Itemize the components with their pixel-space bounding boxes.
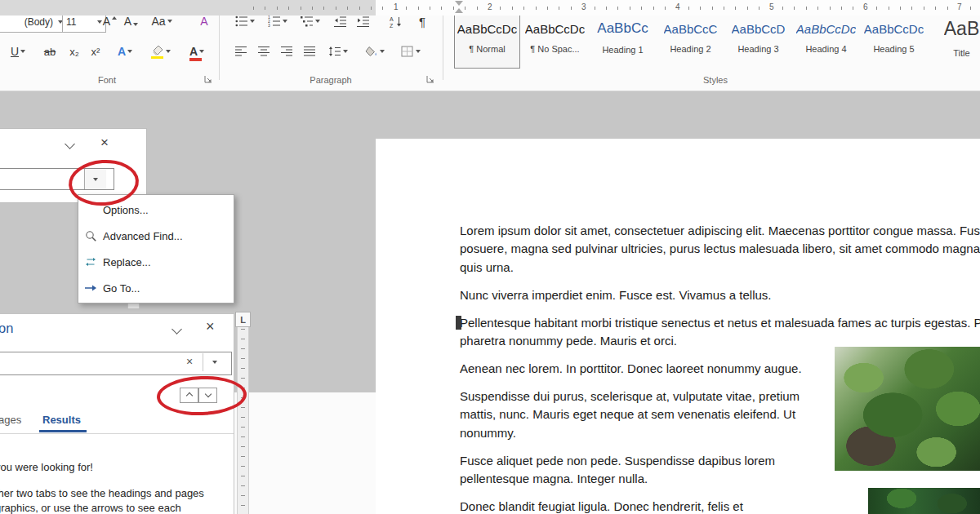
- close-icon[interactable]: ×: [206, 319, 215, 334]
- doc-paragraph[interactable]: Donec blandit feugiat ligula. Donec hend…: [460, 498, 819, 514]
- plant-photo-2[interactable]: [868, 488, 980, 514]
- navigation-pane-title: on: [0, 321, 13, 336]
- font-name-value: (Body): [24, 16, 53, 28]
- style-card-no-spacing[interactable]: AaBbCcDc ¶ No Spac...: [522, 7, 588, 69]
- style-card-heading1[interactable]: AaBbCc Heading 1: [590, 7, 656, 69]
- justify-icon: [304, 46, 316, 57]
- style-card-heading5[interactable]: AaBbCcDc Heading 5: [861, 7, 927, 69]
- menu-item-label: Options...: [103, 204, 149, 216]
- borders-grid-icon: [401, 46, 414, 57]
- font-color-button[interactable]: A: [181, 41, 212, 62]
- line-spacing-button[interactable]: [323, 41, 353, 62]
- borders-button[interactable]: [395, 41, 426, 62]
- first-line-indent-marker[interactable]: [455, 1, 463, 6]
- search-options-chevron[interactable]: [212, 361, 217, 364]
- align-right-button[interactable]: [276, 41, 297, 62]
- chevron-down-icon: [380, 50, 385, 53]
- chevron-down-icon[interactable]: [65, 139, 75, 149]
- tab-results[interactable]: Results: [42, 414, 81, 426]
- ruler-number: 1: [391, 2, 401, 11]
- style-name: Heading 2: [670, 44, 710, 54]
- style-card-heading4[interactable]: AaBbCcDc Heading 4: [793, 7, 859, 69]
- font-dialog-launcher[interactable]: [203, 73, 214, 85]
- style-card-heading2[interactable]: AaBbCcC Heading 2: [657, 7, 724, 69]
- nav-search-input[interactable]: [0, 352, 232, 375]
- menu-item-replace[interactable]: Replace...: [78, 249, 234, 275]
- ruler-number: 4: [673, 2, 683, 11]
- align-center-button[interactable]: [253, 41, 274, 62]
- doc-paragraph[interactable]: Lorem ipsum dolor sit amet, consectetuer…: [460, 222, 980, 277]
- magnifier-icon: [78, 230, 103, 242]
- style-name: Title: [953, 48, 969, 58]
- doc-paragraph[interactable]: Pellentesque habitant morbi tristique se…: [460, 314, 980, 351]
- strikethrough-button[interactable]: ab: [39, 41, 60, 62]
- hanging-indent-marker[interactable]: [455, 8, 463, 13]
- clear-formatting-glyph: A: [200, 15, 207, 28]
- style-name: ¶ No Spac...: [530, 44, 579, 54]
- style-preview: AaBbCc: [597, 20, 648, 37]
- doc-line: nonummy.: [460, 424, 819, 442]
- vertical-ruler: [237, 327, 249, 514]
- tab-pages[interactable]: ages: [0, 414, 21, 426]
- style-card-heading3[interactable]: AaBbCcD Heading 3: [725, 7, 791, 69]
- chevron-down-icon: [315, 20, 320, 23]
- doc-paragraph[interactable]: Nunc viverra imperdiet enim. Fusce est. …: [460, 286, 980, 304]
- grow-font-glyph: A: [103, 15, 110, 28]
- group-separator: [443, 5, 443, 80]
- style-preview: AaB: [944, 18, 979, 40]
- superscript-button[interactable]: x²: [85, 41, 106, 62]
- paragraph-dialog-launcher[interactable]: [425, 73, 436, 85]
- ruler-ticks: [241, 329, 245, 514]
- paragraph-group-label: Paragraph: [220, 75, 441, 85]
- underline-button[interactable]: U: [5, 41, 31, 62]
- menu-item-go-to[interactable]: Go To...: [78, 275, 234, 301]
- chevron-down-icon: [199, 50, 204, 53]
- style-preview: AaBbCcDc: [864, 22, 924, 36]
- highlight-color-button[interactable]: [145, 41, 176, 62]
- plant-photo[interactable]: [835, 347, 980, 471]
- dialog-launcher-icon: [204, 75, 213, 84]
- font-color-bar: [189, 58, 202, 61]
- doc-line: Fusce aliquet pede non pede. Suspendisse…: [460, 452, 819, 470]
- text-effects-button[interactable]: A: [111, 41, 139, 62]
- word-window: sign Layout References Mailings Review V…: [0, 0, 980, 514]
- ruler-ticks: [253, 7, 980, 10]
- subscript-button[interactable]: x₂: [64, 41, 85, 62]
- nav-help-text: ther two tabs to see the headings and pa…: [0, 487, 204, 499]
- decrease-indent-icon: [334, 16, 347, 27]
- style-preview: AaBbCcDc: [457, 22, 517, 36]
- dialog-launcher-icon: [426, 75, 435, 84]
- ruler-number: 3: [579, 2, 589, 11]
- style-card-title[interactable]: AaB Title: [929, 7, 980, 69]
- svg-text:3: 3: [268, 23, 270, 27]
- chevron-down-icon: [166, 50, 171, 53]
- close-icon[interactable]: ×: [100, 135, 109, 149]
- multilevel-list-icon: [301, 16, 314, 27]
- shrink-font-glyph: A: [124, 15, 131, 28]
- chevron-down-icon: [343, 50, 348, 53]
- change-case-glyph: Aa: [151, 15, 165, 28]
- shading-button[interactable]: [359, 41, 390, 62]
- chevron-down-icon: [127, 50, 132, 53]
- highlighter-icon: [151, 45, 164, 59]
- tab-selector[interactable]: L: [235, 312, 251, 327]
- horizontal-ruler[interactable]: 1 2 3 4 5 6 7: [0, 0, 980, 16]
- menu-item-advanced-find[interactable]: Advanced Find...: [78, 223, 234, 249]
- style-name: Heading 5: [873, 44, 914, 54]
- doc-paragraph[interactable]: Fusce aliquet pede non pede. Suspendisse…: [460, 452, 819, 489]
- find-options-menu: Options... Advanced Find... Replace... G…: [78, 194, 234, 304]
- chevron-down-icon[interactable]: [172, 324, 182, 335]
- clear-search-icon[interactable]: ×: [186, 356, 193, 367]
- pilcrow-glyph: ¶: [419, 15, 425, 29]
- chevron-down-icon: [20, 50, 25, 53]
- align-left-button[interactable]: [230, 41, 252, 62]
- align-center-icon: [258, 46, 270, 57]
- style-name: ¶ Normal: [469, 44, 505, 54]
- superscript-glyph: x²: [91, 46, 100, 58]
- doc-line: Pellentesque habitant morbi tristique se…: [460, 314, 980, 332]
- ruler-number: 5: [767, 2, 777, 11]
- line-spacing-icon: [328, 46, 341, 57]
- justify-button[interactable]: [299, 41, 320, 62]
- style-card-normal[interactable]: AaBbCcDc ¶ Normal: [454, 7, 520, 69]
- doc-paragraph[interactable]: Suspendisse dui purus, scelerisque at, v…: [460, 388, 819, 442]
